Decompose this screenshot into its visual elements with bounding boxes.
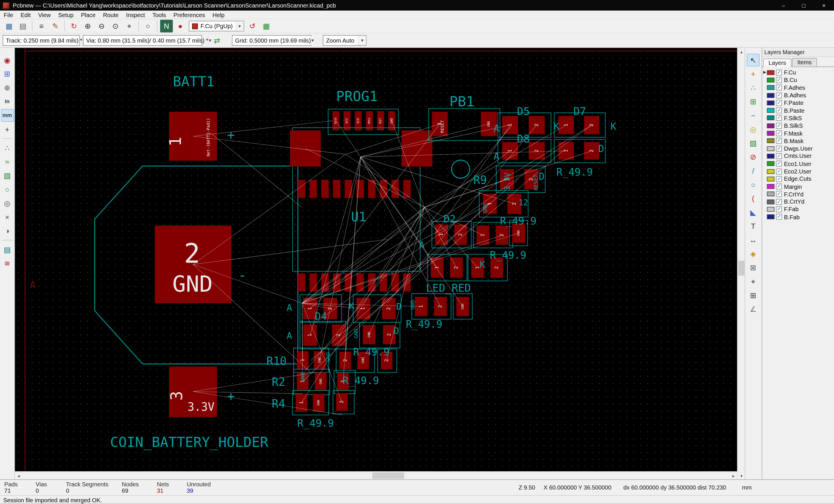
pcb-label[interactable]: D5 xyxy=(517,105,530,117)
redraw-icon[interactable]: ↻ xyxy=(67,20,80,32)
measure-icon[interactable]: ∠ xyxy=(747,303,760,315)
add-via-icon[interactable]: ◎ xyxy=(747,123,760,135)
layer-row-margin[interactable]: ✓Margin xyxy=(762,183,834,190)
layer-row-f-fab[interactable]: ✓F.Fab xyxy=(762,206,834,213)
netlist-icon[interactable]: N xyxy=(160,20,173,32)
add-zone-icon[interactable]: ▧ xyxy=(747,137,760,150)
layer-row-b-fab[interactable]: ✓B.Fab xyxy=(762,213,834,221)
minimize-button[interactable]: – xyxy=(773,0,794,11)
menu-item-file[interactable]: File xyxy=(0,11,17,19)
scroll-down-arrow-icon[interactable]: ▼ xyxy=(738,472,745,479)
pcb-label[interactable]: R_49.9 xyxy=(490,249,526,261)
restore-button[interactable]: □ xyxy=(793,0,814,11)
layer-row-f-silks[interactable]: ✓F.SilkS xyxy=(762,114,834,122)
menu-item-place[interactable]: Place xyxy=(77,11,99,19)
pcb-label[interactable]: + xyxy=(227,389,235,403)
pcb-label[interactable]: D xyxy=(396,301,402,312)
pcb-label[interactable]: A xyxy=(493,123,499,134)
pcb-label[interactable]: COIN_BATTERY_HOLDER xyxy=(110,434,268,450)
drc-toggle-icon[interactable]: ◉ xyxy=(1,54,14,67)
pcb-label[interactable]: GND xyxy=(410,300,416,310)
add-dimension-icon[interactable]: ↔ xyxy=(747,234,760,246)
pcb-label[interactable]: R4 xyxy=(272,397,285,410)
pcb-label[interactable]: R2 xyxy=(272,375,285,389)
layer-visibility-checkbox[interactable]: ✓ xyxy=(776,100,782,106)
menu-item-route[interactable]: Route xyxy=(99,11,123,19)
pcb-pad[interactable] xyxy=(298,180,306,198)
pcb-label[interactable]: D xyxy=(539,171,545,182)
pcb-label[interactable]: A xyxy=(287,330,292,341)
layer-row-f-mask[interactable]: ✓F.Mask xyxy=(762,130,834,137)
layer-row-b-crtyd[interactable]: ✓B.CrtYd xyxy=(762,198,834,205)
update-pcb-icon[interactable]: ↺ xyxy=(246,20,259,32)
layer-visibility-checkbox[interactable]: ✓ xyxy=(776,115,782,121)
pcb-pad[interactable] xyxy=(298,273,306,291)
pcb-pad[interactable] xyxy=(345,180,352,198)
layer-row-f-crtyd[interactable]: ✓F.CrtYd xyxy=(762,190,834,198)
tab-layers[interactable]: Layers xyxy=(763,59,791,67)
menu-item-setup[interactable]: Setup xyxy=(54,11,77,19)
pcb-drawing[interactable]: AMISOVCCSCKMOSIRSTGND3GND121212121212121… xyxy=(15,48,737,471)
pcb-label[interactable]: LED_RED xyxy=(426,282,471,294)
layer-visibility-checkbox[interactable]: ✓ xyxy=(776,85,782,90)
plot-icon[interactable]: ✎ xyxy=(49,20,62,32)
layer-visibility-checkbox[interactable]: ✓ xyxy=(776,184,782,190)
pcb-label[interactable]: R_49.9 xyxy=(556,166,593,178)
layer-row-b-cu[interactable]: ✓B.Cu xyxy=(762,76,834,84)
grid-size-select[interactable]: Grid: 0.5000 mm (19.69 mils) ▾ xyxy=(232,35,312,46)
add-text-icon[interactable]: T xyxy=(747,220,760,233)
pcb-label[interactable]: PROG1 xyxy=(336,88,378,104)
close-button[interactable]: × xyxy=(814,0,834,11)
pcb-label[interactable]: R_49.9 xyxy=(500,215,536,227)
tab-items[interactable]: Items xyxy=(792,58,817,66)
pcb-label[interactable]: GND xyxy=(325,352,331,362)
layer-row-eco2-user[interactable]: ✓Eco2.User xyxy=(762,168,834,175)
curved-ratsnest-icon[interactable]: ≈ xyxy=(1,155,14,168)
layer-visibility-checkbox[interactable]: ✓ xyxy=(776,146,782,152)
layer-visibility-checkbox[interactable]: ✓ xyxy=(776,199,782,204)
layer-row-edge-cuts[interactable]: ✓Edge.Cuts xyxy=(762,175,834,183)
add-arc-icon[interactable]: ( xyxy=(747,192,760,205)
layer-visibility-checkbox[interactable]: ✓ xyxy=(776,92,782,98)
pcb-label[interactable]: R_49.9 xyxy=(343,375,379,387)
menu-item-preferences[interactable]: Preferences xyxy=(170,11,209,19)
pcb-label[interactable]: GND xyxy=(300,372,306,382)
layer-row-f-cu[interactable]: ▶✓F.Cu xyxy=(762,69,834,76)
zone-display-icon[interactable]: ▧ xyxy=(1,169,14,182)
layer-row-b-mask[interactable]: ✓B.Mask xyxy=(762,137,834,145)
pcb-pad[interactable] xyxy=(310,180,317,198)
layer-visibility-checkbox[interactable]: ✓ xyxy=(776,214,782,220)
polar-coords-icon[interactable]: ⊕ xyxy=(1,81,14,94)
layer-visibility-checkbox[interactable]: ✓ xyxy=(776,176,782,182)
layer-row-eco1-user[interactable]: ✓Eco1.User xyxy=(762,160,834,168)
page-settings-icon[interactable]: ▤ xyxy=(17,20,29,32)
ratsnest-visibility-icon[interactable]: ∴ xyxy=(1,141,14,154)
layer-row-b-paste[interactable]: ✓B.Paste xyxy=(762,107,834,114)
layer-visibility-checkbox[interactable]: ✓ xyxy=(776,123,782,129)
grid-origin-icon[interactable]: ⊞ xyxy=(747,289,760,302)
vertical-scrollbar[interactable]: ▲ ▼ xyxy=(737,48,745,479)
pcb-pad[interactable] xyxy=(392,180,399,198)
pcb-label[interactable]: R9 xyxy=(474,174,487,187)
pcb-pad[interactable] xyxy=(333,180,341,198)
via-size-select[interactable]: Via: 0.80 mm (31.5 mils)/ 0.40 mm (15.7 … xyxy=(83,35,202,46)
scroll-right-arrow-icon[interactable]: ► xyxy=(730,472,737,480)
highlight-net-icon[interactable]: + xyxy=(747,67,760,80)
pcb-label[interactable]: D2 xyxy=(444,213,456,225)
units-mm-icon[interactable]: mm xyxy=(1,109,14,122)
pcb-label[interactable]: D7 xyxy=(573,105,586,117)
pcb-label[interactable]: D8 xyxy=(517,133,530,145)
pcb-pad[interactable] xyxy=(321,180,329,198)
cursor-shape-icon[interactable]: + xyxy=(1,123,14,135)
pad-sketch-icon[interactable]: ○ xyxy=(1,183,14,196)
layer-row-b-adhes[interactable]: ✓B.Adhes xyxy=(762,91,834,99)
pcb-label[interactable]: RESET xyxy=(440,120,444,133)
pcb-label[interactable]: R_49.9 xyxy=(298,417,334,429)
add-circle-icon[interactable]: ○ xyxy=(747,178,760,191)
pcb-label[interactable]: K xyxy=(611,121,616,132)
layer-row-dwgs-user[interactable]: ✓Dwgs.User xyxy=(762,145,834,152)
zoom-selection-icon[interactable]: ⌖ xyxy=(123,20,135,32)
track-width-select[interactable]: Track: 0.250 mm (9.84 mils) * ▾ xyxy=(3,35,80,46)
pcb-label[interactable]: D xyxy=(394,326,399,336)
units-inch-icon[interactable]: in xyxy=(1,95,14,108)
